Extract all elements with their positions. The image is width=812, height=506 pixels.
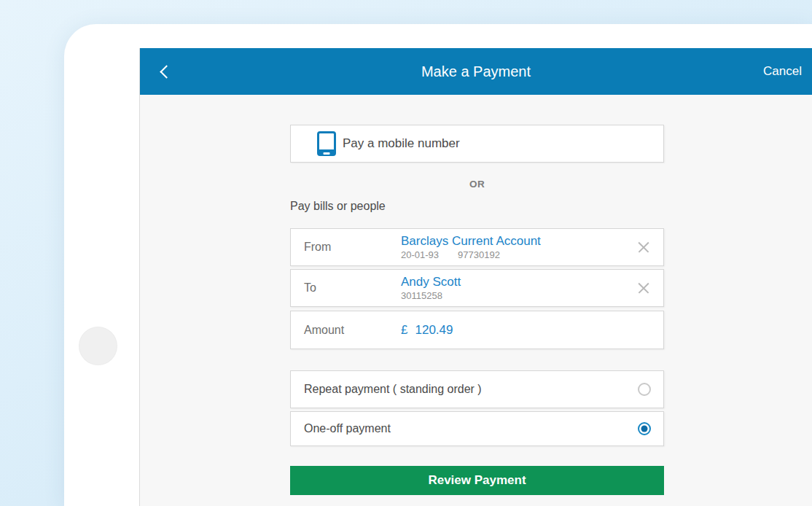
from-sort-code: 20-01-93 (401, 249, 439, 260)
one-off-payment-label: One-off payment (304, 422, 391, 435)
from-label: From (304, 241, 331, 254)
repeat-payment-label: Repeat payment ( standing order ) (304, 383, 482, 396)
from-account-name: Barclays Current Account (401, 234, 541, 249)
clear-from-icon[interactable] (637, 241, 650, 254)
pay-mobile-number-label: Pay a mobile number (343, 136, 460, 151)
amount-label: Amount (304, 324, 344, 337)
mobile-phone-icon (317, 131, 336, 156)
app-screen: Make a Payment Cancel Pay a mobile numbe… (139, 48, 812, 506)
amount-value: £ 120.49 (401, 323, 453, 338)
cancel-button[interactable]: Cancel (763, 48, 802, 95)
from-value: Barclays Current Account 20-01-939773019… (401, 234, 541, 261)
page-background: Make a Payment Cancel Pay a mobile numbe… (0, 0, 812, 506)
repeat-payment-option[interactable]: Repeat payment ( standing order ) (290, 370, 664, 408)
from-account-detail: 20-01-9397730192 (401, 249, 541, 261)
tablet-bezel: Make a Payment Cancel Pay a mobile numbe… (64, 24, 812, 506)
page-title: Make a Payment (140, 63, 812, 80)
amount-row[interactable]: Amount £ 120.49 (290, 311, 664, 349)
from-account-row[interactable]: From Barclays Current Account 20-01-9397… (290, 228, 664, 266)
to-value: Andy Scott 30115258 (401, 275, 461, 302)
to-payee-name: Andy Scott (401, 275, 461, 289)
one-off-payment-option[interactable]: One-off payment (290, 411, 664, 446)
review-payment-button[interactable]: Review Payment (290, 466, 664, 495)
app-header: Make a Payment Cancel (140, 48, 812, 95)
to-label: To (304, 281, 316, 295)
amount-number: 120.49 (415, 323, 453, 338)
to-payee-row[interactable]: To Andy Scott 30115258 (290, 269, 664, 307)
clear-to-icon[interactable] (637, 281, 650, 295)
or-divider: OR (290, 176, 664, 192)
currency-symbol: £ (401, 323, 407, 338)
pay-mobile-number-button[interactable]: Pay a mobile number (290, 125, 664, 163)
section-label: Pay bills or people (290, 199, 386, 214)
radio-unselected-icon[interactable] (638, 383, 651, 396)
to-account-number: 30115258 (401, 290, 461, 302)
radio-selected-icon[interactable] (638, 422, 651, 435)
home-button[interactable] (79, 327, 117, 365)
from-account-number: 97730192 (458, 249, 500, 260)
